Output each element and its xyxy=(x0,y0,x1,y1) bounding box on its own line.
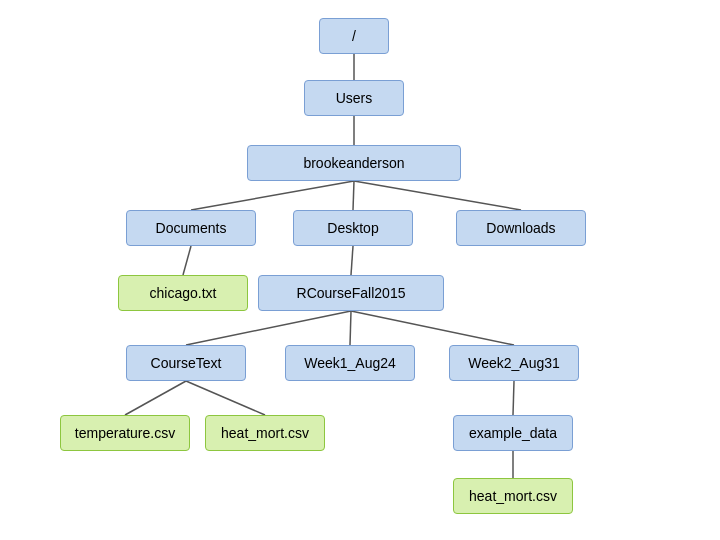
node-temp: temperature.csv xyxy=(60,415,190,451)
svg-line-4 xyxy=(354,181,521,210)
node-users: Users xyxy=(304,80,404,116)
node-rcoursfall: RCourseFall2015 xyxy=(258,275,444,311)
node-exdata: example_data xyxy=(453,415,573,451)
node-coursetext: CourseText xyxy=(126,345,246,381)
svg-line-3 xyxy=(353,181,354,210)
svg-line-12 xyxy=(513,381,514,415)
node-heatmort1: heat_mort.csv xyxy=(205,415,325,451)
svg-line-9 xyxy=(351,311,514,345)
node-week2: Week2_Aug31 xyxy=(449,345,579,381)
svg-line-6 xyxy=(351,246,353,275)
node-root: / xyxy=(319,18,389,54)
svg-line-10 xyxy=(125,381,186,415)
node-downloads: Downloads xyxy=(456,210,586,246)
node-documents: Documents xyxy=(126,210,256,246)
svg-line-8 xyxy=(350,311,351,345)
svg-line-7 xyxy=(186,311,351,345)
node-chicago: chicago.txt xyxy=(118,275,248,311)
node-week1: Week1_Aug24 xyxy=(285,345,415,381)
node-brookeand: brookeanderson xyxy=(247,145,461,181)
svg-line-11 xyxy=(186,381,265,415)
svg-line-2 xyxy=(191,181,354,210)
node-heatmort2: heat_mort.csv xyxy=(453,478,573,514)
node-desktop: Desktop xyxy=(293,210,413,246)
svg-line-5 xyxy=(183,246,191,275)
tree-container: /UsersbrookeandersonDocumentsDesktopDown… xyxy=(0,0,720,540)
